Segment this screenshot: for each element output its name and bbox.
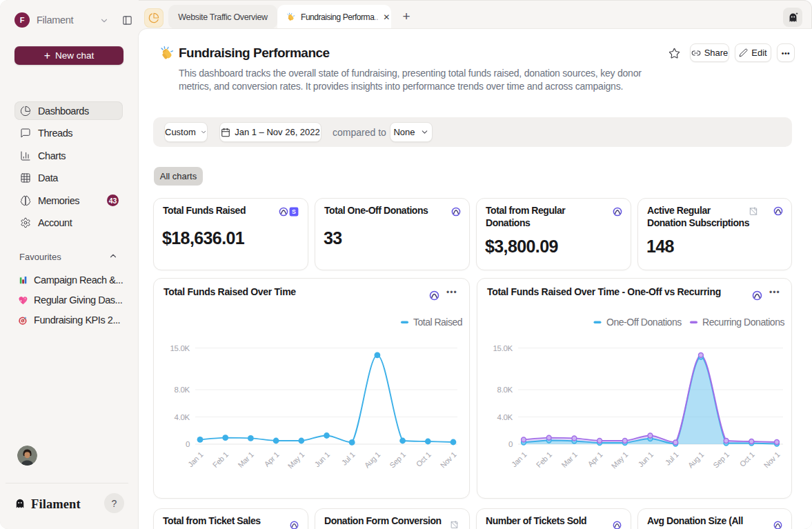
svg-text:Nov 1: Nov 1: [762, 450, 782, 470]
svg-text:Jun 1: Jun 1: [313, 450, 331, 469]
svg-text:Aug 1: Aug 1: [363, 450, 382, 470]
svg-text:Sep 1: Sep 1: [388, 450, 407, 470]
svg-text:8.0K: 8.0K: [175, 386, 190, 394]
svg-text:Total Raised: Total Raised: [413, 317, 462, 328]
svg-text:Jul 1: Jul 1: [340, 450, 357, 467]
svg-text:Apr 1: Apr 1: [262, 450, 280, 468]
svg-text:4.0K: 4.0K: [497, 413, 513, 421]
svg-text:Nov 1: Nov 1: [439, 450, 458, 470]
svg-text:Oct 1: Oct 1: [415, 450, 433, 468]
svg-text:Feb 1: Feb 1: [535, 450, 553, 469]
svg-text:Jul 1: Jul 1: [664, 450, 680, 467]
svg-text:4.0K: 4.0K: [175, 413, 190, 421]
svg-text:0: 0: [508, 440, 513, 448]
svg-text:Mar 1: Mar 1: [237, 450, 255, 469]
svg-text:Aug 1: Aug 1: [686, 450, 706, 470]
svg-text:Recurring Donations: Recurring Donations: [702, 317, 785, 328]
svg-text:Sep 1: Sep 1: [711, 450, 731, 470]
svg-text:Jan 1: Jan 1: [186, 450, 205, 469]
svg-text:Mar 1: Mar 1: [560, 450, 579, 469]
svg-text:May 1: May 1: [610, 450, 630, 470]
svg-text:Apr 1: Apr 1: [586, 450, 604, 468]
svg-text:0: 0: [186, 440, 190, 448]
svg-text:Oct 1: Oct 1: [738, 450, 756, 468]
svg-text:Jan 1: Jan 1: [510, 450, 528, 469]
svg-text:Jun 1: Jun 1: [636, 450, 655, 469]
svg-text:S: S: [292, 208, 296, 215]
svg-text:May 1: May 1: [286, 450, 306, 470]
svg-text:One-Off Donations: One-Off Donations: [606, 317, 682, 328]
svg-text:15.0K: 15.0K: [170, 344, 190, 352]
svg-text:15.0K: 15.0K: [493, 344, 513, 352]
svg-text:Feb 1: Feb 1: [211, 450, 230, 469]
svg-text:8.0K: 8.0K: [497, 386, 513, 394]
